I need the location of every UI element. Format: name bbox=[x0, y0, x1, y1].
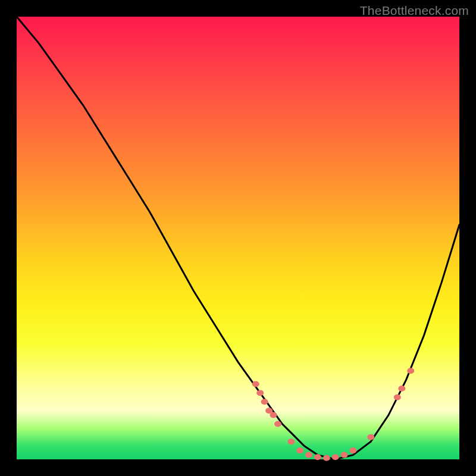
marker-point bbox=[323, 455, 330, 461]
plot-area bbox=[17, 17, 459, 459]
marker-point bbox=[252, 381, 259, 387]
marker-point bbox=[398, 386, 405, 392]
marker-point bbox=[270, 412, 277, 418]
marker-point bbox=[305, 452, 312, 458]
marker-point bbox=[314, 454, 321, 460]
bottleneck-curve bbox=[17, 17, 459, 459]
watermark-text: TheBottleneck.com bbox=[360, 4, 469, 18]
marker-point bbox=[261, 399, 268, 405]
marker-point bbox=[341, 452, 348, 458]
marker-point bbox=[287, 439, 295, 444]
chart-frame: TheBottleneck.com bbox=[0, 0, 476, 476]
curve-layer bbox=[17, 17, 459, 459]
marker-point bbox=[407, 368, 414, 374]
marker-point bbox=[274, 421, 281, 427]
marker-point bbox=[394, 394, 401, 400]
marker-point bbox=[349, 447, 356, 453]
marker-point bbox=[296, 447, 303, 453]
marker-group bbox=[252, 368, 414, 461]
marker-point bbox=[256, 390, 264, 396]
marker-point bbox=[332, 454, 339, 460]
marker-point bbox=[367, 434, 374, 440]
